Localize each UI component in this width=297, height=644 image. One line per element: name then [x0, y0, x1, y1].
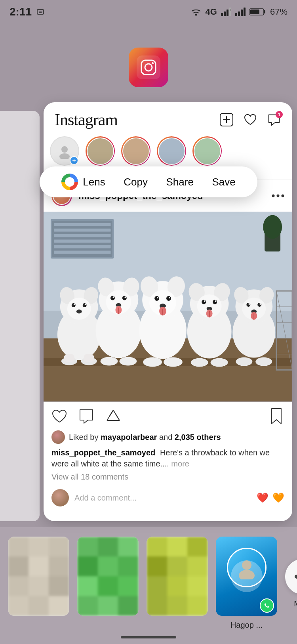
- more-app-item[interactable]: More: [285, 537, 297, 608]
- comment-user-avatar: [51, 489, 69, 506]
- nav-search[interactable]: [111, 520, 131, 521]
- nav-shop[interactable]: [205, 520, 225, 521]
- add-post-button[interactable]: [219, 113, 234, 127]
- network-label: 4G: [206, 7, 217, 17]
- nav-reels[interactable]: [158, 520, 178, 521]
- svg-point-74: [101, 357, 118, 366]
- battery-icon: [249, 8, 266, 16]
- post-actions: [44, 402, 292, 430]
- svg-point-110: [257, 303, 261, 307]
- svg-rect-2: [221, 13, 223, 16]
- switcher-label-hagop: Hagop ...: [230, 621, 263, 630]
- bookmark-button[interactable]: [268, 408, 284, 424]
- nav-profile[interactable]: [251, 520, 271, 521]
- samsung-icon: [36, 7, 45, 17]
- svg-point-54: [83, 303, 87, 307]
- svg-point-97: [204, 300, 206, 302]
- svg-rect-8: [238, 11, 240, 16]
- copy-option[interactable]: Copy: [124, 176, 148, 188]
- svg-rect-12: [264, 10, 265, 13]
- signal-icon-2: [235, 8, 246, 16]
- switcher-thumb-3: [147, 537, 208, 616]
- caption-more[interactable]: more: [171, 459, 189, 468]
- post-image: [44, 212, 292, 402]
- svg-point-25: [272, 195, 275, 197]
- more-label: More: [294, 599, 297, 608]
- switcher-app-1[interactable]: [8, 537, 69, 621]
- nav-home[interactable]: [65, 520, 85, 521]
- status-bar: 2:11 4G R 67%: [0, 0, 297, 24]
- like-button[interactable]: [51, 408, 67, 424]
- share-option[interactable]: Share: [166, 176, 194, 188]
- likes-avatar: [51, 430, 65, 444]
- samoyed-image: [44, 212, 292, 402]
- lens-icon: [61, 174, 78, 190]
- svg-rect-9: [241, 10, 243, 16]
- svg-rect-37: [54, 240, 111, 243]
- share-button[interactable]: [105, 408, 121, 424]
- instagram-wordmark: Instagram: [55, 110, 118, 129]
- svg-point-22: [59, 153, 70, 159]
- save-label: Save: [212, 176, 235, 188]
- switcher-app-hagop[interactable]: Hagop ...: [216, 537, 277, 630]
- svg-point-57: [76, 310, 82, 313]
- card-header: Instagram 1: [44, 102, 292, 134]
- comment-button[interactable]: [78, 408, 94, 424]
- lens-option[interactable]: Lens: [61, 174, 105, 190]
- switcher-thumb-2: [77, 537, 139, 616]
- svg-point-81: [154, 296, 159, 301]
- header-icons: 1: [219, 113, 281, 127]
- svg-rect-7: [235, 13, 237, 16]
- lens-label: Lens: [83, 176, 105, 188]
- svg-point-27: [282, 195, 284, 197]
- svg-rect-60: [64, 354, 74, 362]
- svg-point-116: [236, 357, 252, 366]
- comment-input[interactable]: Add a comment...: [74, 493, 251, 503]
- svg-rect-0: [37, 10, 44, 14]
- svg-point-117: [255, 357, 272, 366]
- svg-point-67: [110, 296, 115, 300]
- battery-label: 67%: [270, 7, 287, 17]
- background-instagram-logo: [129, 48, 168, 87]
- post-more-button[interactable]: [272, 194, 284, 197]
- svg-rect-3: [224, 11, 226, 16]
- svg-rect-10: [244, 8, 246, 16]
- save-option[interactable]: Save: [212, 176, 235, 188]
- copy-label: Copy: [124, 176, 148, 188]
- svg-rect-36: [54, 234, 111, 237]
- status-icons: 4G R 67%: [190, 7, 287, 17]
- svg-point-52: [67, 298, 91, 320]
- svg-point-70: [124, 296, 126, 298]
- comment-input-row: Add a comment... ❤️ 🧡: [44, 485, 292, 513]
- wifi-icon: [190, 8, 202, 16]
- likes-text: Liked by mayapolarbear and 2,035 others: [69, 433, 221, 442]
- svg-point-112: [259, 303, 261, 305]
- svg-rect-13: [250, 10, 259, 14]
- svg-rect-4: [227, 10, 228, 16]
- post-caption: miss_poppet_the_samoyed Here's a throwba…: [44, 447, 292, 472]
- svg-point-96: [213, 300, 217, 304]
- svg-point-88: [143, 357, 162, 367]
- svg-point-109: [246, 303, 250, 307]
- svg-point-89: [164, 357, 183, 367]
- svg-point-128: [239, 570, 255, 579]
- notification-badge: 1: [276, 111, 283, 118]
- svg-point-98: [215, 300, 217, 302]
- svg-point-102: [191, 358, 208, 367]
- messages-button[interactable]: 1: [267, 113, 281, 127]
- svg-point-1: [195, 14, 197, 16]
- svg-point-111: [248, 303, 250, 305]
- switcher-app-2[interactable]: [77, 537, 139, 621]
- svg-point-82: [166, 296, 171, 301]
- instagram-card: Instagram 1: [44, 102, 292, 521]
- more-button[interactable]: [285, 559, 297, 594]
- share-label: Share: [166, 176, 194, 188]
- comment-emoji-picker: ❤️ 🧡: [257, 492, 284, 503]
- svg-point-53: [72, 303, 76, 307]
- caption-username[interactable]: miss_poppet_the_samoyed: [51, 448, 155, 457]
- context-menu: Lens Copy Share Save: [40, 166, 257, 197]
- likes-button[interactable]: [243, 113, 257, 127]
- view-comments[interactable]: View all 18 comments: [44, 472, 292, 485]
- svg-point-56: [85, 304, 86, 305]
- switcher-app-3[interactable]: [147, 537, 208, 621]
